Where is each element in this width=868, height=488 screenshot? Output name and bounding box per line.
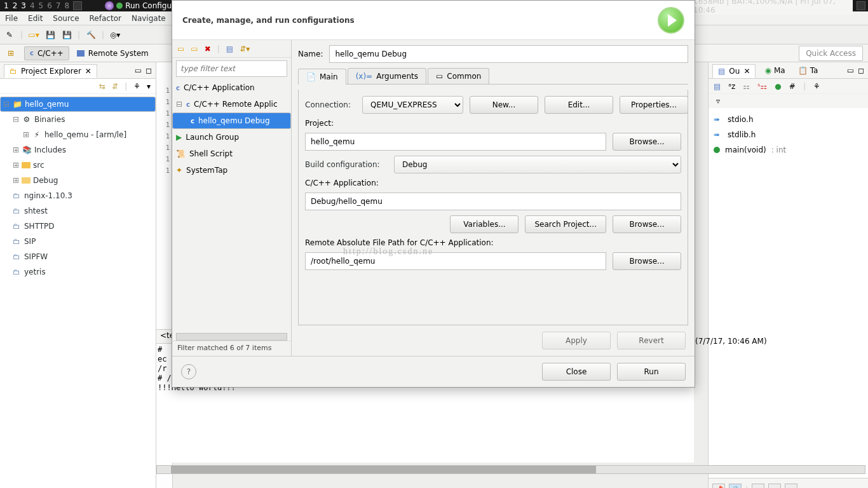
perspective-cpp[interactable]: c C/C++ [24, 46, 69, 60]
hide-fields-icon[interactable]: ⚏ [743, 82, 750, 91]
horizontal-scrollbar[interactable] [156, 465, 865, 474]
expand-icon[interactable]: ⊞ [13, 146, 19, 154]
expand-icon[interactable]: ⊞ [13, 176, 19, 185]
maximize-icon[interactable]: ◻ [858, 485, 864, 489]
cfg-cpp-remote[interactable]: ⊟ c C/C++ Remote Applic [172, 96, 291, 112]
tree-item-sip[interactable]: 🗀 SIP [0, 234, 156, 249]
hide-static-icon[interactable]: ˢ⚏ [757, 82, 767, 91]
capp-browse-button[interactable]: Browse... [613, 215, 681, 233]
duplicate-config-icon[interactable]: ▭ [191, 44, 198, 53]
edit-connection-button[interactable]: Edit... [545, 96, 613, 114]
cfg-cpp-app[interactable]: c C/C++ Application [172, 79, 291, 96]
open-console-icon[interactable]: ▭ [785, 484, 797, 489]
tree-item-sipfw[interactable]: 🗀 SIPFW [0, 249, 156, 264]
tree-item-shttpd[interactable]: 🗀 SHTTPD [0, 219, 156, 234]
view-menu-icon[interactable]: ▾ [147, 82, 151, 91]
menu-navigate[interactable]: Navigate [132, 14, 166, 23]
taskbar-window-title[interactable]: Run Configurat [105, 1, 182, 10]
project-input[interactable] [305, 133, 606, 151]
minimize-icon[interactable]: ▭ [847, 485, 854, 489]
hide-inactive-icon[interactable]: # [789, 82, 796, 91]
tree-item-binaries[interactable]: ⊟ ⚙ Binaries [0, 112, 156, 127]
focus-icon[interactable]: ⚘ [133, 82, 140, 91]
target-icon[interactable]: ◎▾ [109, 29, 121, 41]
cfg-launch-group[interactable]: ▶ Launch Group [172, 129, 291, 146]
project-explorer-tab[interactable]: 🗀 Project Explorer ✕ [4, 64, 97, 78]
tree-item-nginx[interactable]: 🗀 nginx-1.10.3 [0, 188, 156, 203]
new-config-icon[interactable]: ▭ [177, 44, 184, 53]
filter-input[interactable] [176, 60, 287, 77]
chevron-down-icon[interactable]: ▿ [716, 97, 720, 105]
build-config-select[interactable]: Debug [394, 156, 681, 173]
tree-item-yetris[interactable]: 🗀 yetris [0, 264, 156, 280]
collapse-icon[interactable]: ⊟ [13, 115, 19, 124]
workspace-switcher[interactable]: 12345678 [4, 1, 69, 10]
build-icon[interactable]: 🔨 [85, 29, 97, 41]
minimize-icon[interactable]: ▭ [847, 66, 854, 75]
capp-input[interactable] [305, 193, 681, 210]
project-browse-button[interactable]: Browse... [613, 133, 681, 151]
expand-icon[interactable]: ⊞ [23, 130, 29, 139]
collapse-icon[interactable]: ▤ [226, 44, 233, 53]
run-button[interactable]: Run [617, 363, 686, 381]
tab-common[interactable]: ▭ Common [428, 68, 489, 84]
config-tree[interactable]: c C/C++ Application ⊟ c C/C++ Remote App… [172, 79, 291, 333]
new-icon[interactable]: ▭▾ [28, 29, 39, 41]
group-icon[interactable]: ⚘ [813, 82, 820, 91]
close-tab-icon[interactable]: ✕ [743, 67, 750, 76]
maximize-icon[interactable]: ◻ [858, 66, 864, 75]
apply-button[interactable]: Apply [542, 332, 611, 349]
config-tree-scrollbar[interactable] [176, 333, 287, 341]
remote-browse-button[interactable]: Browse... [613, 252, 681, 270]
name-input[interactable] [329, 45, 688, 63]
menu-edit[interactable]: Edit [28, 14, 43, 23]
help-icon[interactable]: ? [181, 364, 196, 379]
project-tree[interactable]: ⊟ 📁 hello_qemu ⊟ ⚙ Binaries ⊞ ⚡ hello_qe… [0, 94, 156, 282]
tree-item-includes[interactable]: ⊞ 📚 Includes [0, 142, 156, 158]
expand-icon[interactable]: ⊞ [13, 161, 19, 170]
wand-icon[interactable]: ✎ [4, 29, 15, 41]
sort-icon[interactable]: ▤ [714, 82, 721, 91]
az-sort-icon[interactable]: ᵃz [728, 82, 735, 91]
task-tab[interactable]: 📋 Ta [794, 66, 822, 75]
quick-access[interactable]: Quick Access [799, 46, 863, 61]
hide-nonpublic-icon[interactable]: ● [775, 82, 781, 91]
pin-icon[interactable]: ✕ [85, 67, 92, 76]
menu-refactor[interactable]: Refactor [90, 14, 121, 23]
variables-button[interactable]: Variables... [450, 215, 519, 233]
save-all-icon[interactable]: 💾 [61, 29, 72, 41]
delete-config-icon[interactable]: ✖ [205, 44, 211, 53]
new-connection-button[interactable]: New... [470, 96, 538, 114]
tree-item-exe[interactable]: ⊞ ⚡ hello_qemu - [arm/le] [0, 127, 156, 142]
outline-item-stdioh[interactable]: ➠ stdio.h [714, 112, 863, 127]
remote-path-input[interactable] [305, 252, 606, 270]
outline-item-stdlibh[interactable]: ➠ stdlib.h [714, 127, 863, 142]
menu-source[interactable]: Source [53, 14, 79, 23]
collapse-icon[interactable]: ⊟ [176, 100, 182, 109]
console-pin-icon[interactable]: 📌 [712, 484, 725, 489]
tree-item-hello-qemu[interactable]: ⊟ 📁 hello_qemu [0, 97, 156, 112]
search-project-button[interactable]: Search Project... [525, 215, 606, 233]
menu-file[interactable]: File [5, 14, 18, 23]
tree-item-debug[interactable]: ⊞ Debug [0, 173, 156, 188]
display-icon[interactable]: ▭▾ [752, 484, 764, 489]
perspective-remote[interactable]: Remote System [77, 49, 149, 58]
console-scroll-lock-icon[interactable]: 🔒 [729, 484, 742, 489]
tree-item-shtest[interactable]: 🗀 shtest [0, 203, 156, 219]
tree-item-src[interactable]: ⊞ src [0, 158, 156, 173]
cfg-hello-qemu-debug[interactable]: c hello_qemu Debug [172, 112, 291, 129]
outline-tab[interactable]: ▤ Ou ✕ [712, 64, 756, 78]
minimize-icon[interactable]: ▭ [135, 66, 142, 75]
revert-button[interactable]: Revert [617, 332, 686, 349]
tab-main[interactable]: 📄 Main [298, 69, 346, 85]
maximize-icon[interactable]: ◻ [146, 66, 152, 75]
close-button[interactable]: Close [542, 363, 611, 381]
outline-item-main[interactable]: main(void) : int [714, 142, 863, 158]
save-icon[interactable]: 💾 [44, 29, 56, 41]
link-editor-icon[interactable]: ⇵ [112, 82, 118, 91]
cfg-shell-script[interactable]: 📜 Shell Script [172, 146, 291, 162]
connection-select[interactable]: QEMU_VEXPRESS [362, 96, 463, 114]
properties-button[interactable]: Properties... [620, 96, 688, 114]
cfg-systemtap[interactable]: ✦ SystemTap [172, 162, 291, 179]
tab-arguments[interactable]: (x)= Arguments [348, 68, 426, 84]
